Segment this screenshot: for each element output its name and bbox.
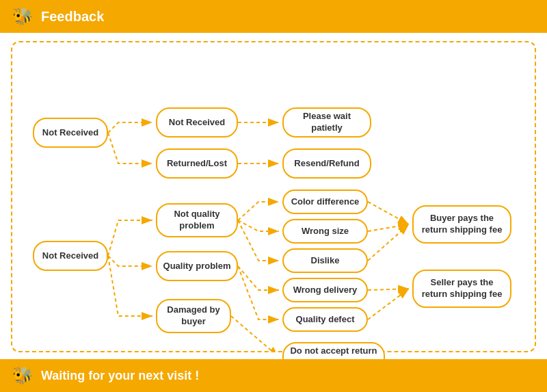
box-not-received-middle: Not Received bbox=[156, 107, 238, 138]
box-please-wait: Please wait patietly bbox=[282, 107, 371, 138]
box-dislike: Dislike bbox=[282, 248, 368, 273]
header-title: Feedback bbox=[41, 9, 104, 25]
box-quality-problem: Quality problem bbox=[156, 251, 238, 281]
footer: 🐝 Waiting for your next visit ! bbox=[0, 359, 547, 392]
box-not-quality: Not quality problem bbox=[156, 203, 238, 237]
box-not-received-1: Not Received bbox=[33, 118, 108, 148]
box-buyer-pays: Buyer pays the return shipping fee bbox=[412, 205, 511, 244]
box-returned-lost: Returned/Lost bbox=[156, 148, 238, 179]
box-seller-pays: Seller pays the return shipping fee bbox=[412, 270, 511, 308]
bee-icon-footer: 🐝 bbox=[11, 364, 34, 387]
box-quality-defect: Quality defect bbox=[282, 307, 368, 332]
diagram-container: Not Received Not Received Not Received R… bbox=[11, 41, 536, 352]
box-wrong-delivery: Wrong delivery bbox=[282, 278, 368, 302]
footer-title: Waiting for your next visit ! bbox=[41, 369, 199, 383]
bee-icon-header: 🐝 bbox=[11, 5, 34, 28]
box-not-received-2: Not Received bbox=[33, 241, 108, 271]
box-color-diff: Color difference bbox=[282, 190, 368, 214]
box-resend-refund: Resend/Refund bbox=[282, 148, 371, 179]
box-damaged-buyer: Damaged by buyer bbox=[156, 299, 231, 333]
box-wrong-size: Wrong size bbox=[282, 219, 368, 244]
header: 🐝 Feedback bbox=[0, 0, 547, 33]
